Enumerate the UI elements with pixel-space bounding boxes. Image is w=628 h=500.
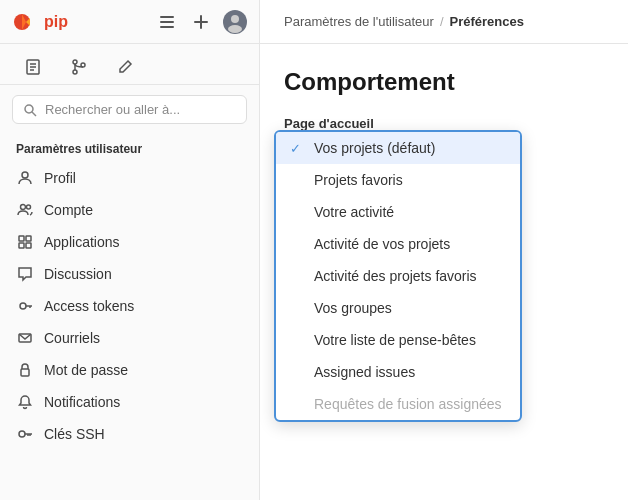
cles-ssh-icon (16, 425, 34, 443)
sidebar-label-applications: Applications (44, 234, 120, 250)
svg-rect-1 (160, 16, 174, 18)
ssh-key-icon (17, 426, 33, 442)
dropdown-item-label-3: Activité de vos projets (314, 236, 450, 252)
sidebar-label-mot-de-passe: Mot de passe (44, 362, 128, 378)
new-button[interactable] (189, 10, 213, 34)
applications-icon (16, 233, 34, 251)
sidebar-item-discussion[interactable]: Discussion (0, 258, 259, 290)
top-bar-icons (155, 10, 247, 34)
section-label-home: Page d'accueil (284, 116, 604, 131)
dropdown-item-label-7: Assigned issues (314, 364, 415, 380)
sidebar-toggle-button[interactable] (155, 10, 179, 34)
svg-point-10 (73, 60, 77, 64)
breadcrumb-separator: / (440, 14, 444, 29)
lock-icon (17, 362, 33, 378)
breadcrumb-parent: Paramètres de l'utilisateur (284, 14, 434, 29)
sidebar-section-title: Paramètres utilisateur (0, 134, 259, 162)
svg-rect-2 (160, 21, 174, 23)
grid-icon (17, 234, 33, 250)
logo-icon (12, 8, 40, 36)
main-panel: Paramètres de l'utilisateur / Préférence… (260, 0, 628, 500)
svg-point-4 (231, 15, 239, 23)
page-title: Comportement (284, 68, 604, 96)
dropdown-item-votre-activite[interactable]: Votre activité (276, 196, 520, 228)
dropdown-item-label-2: Votre activité (314, 204, 394, 220)
sidebar-item-access-tokens[interactable]: Access tokens (0, 290, 259, 322)
key-icon (17, 298, 33, 314)
tab-doc[interactable] (12, 52, 54, 84)
breadcrumb-current: Préférences (450, 14, 524, 29)
svg-rect-25 (21, 369, 29, 376)
dropdown-item-label-4: Activité des projets favoris (314, 268, 477, 284)
profil-icon (16, 169, 34, 187)
sidebar-item-applications[interactable]: Applications (0, 226, 259, 258)
dropdown-item-assigned-issues[interactable]: Assigned issues (276, 356, 520, 388)
mot-de-passe-icon (16, 361, 34, 379)
dropdown-item-label-6: Votre liste de pense-bêtes (314, 332, 476, 348)
sidebar-item-courriels[interactable]: Courriels (0, 322, 259, 354)
avatar-button[interactable] (223, 10, 247, 34)
dropdown-item-activite-projets[interactable]: Activité de vos projets (276, 228, 520, 260)
svg-point-14 (25, 105, 33, 113)
svg-point-18 (27, 205, 31, 209)
search-icon (23, 103, 37, 117)
sidebar-item-notifications[interactable]: Notifications (0, 386, 259, 418)
sidebar-label-profil: Profil (44, 170, 76, 186)
sidebar-label-compte: Compte (44, 202, 93, 218)
sidebar-item-cles-ssh[interactable]: Clés SSH (0, 418, 259, 450)
tab-branch[interactable] (58, 52, 100, 84)
svg-rect-3 (160, 26, 174, 28)
dropdown-item-vos-groupes[interactable]: Vos groupes (276, 292, 520, 324)
nav-items: Profil Compte Ap (0, 162, 259, 450)
edit-icon (116, 58, 134, 76)
search-bar[interactable]: Rechercher ou aller à... (12, 95, 247, 124)
svg-point-17 (21, 205, 26, 210)
logo-text: pip (44, 13, 68, 31)
dropdown-item-liste-pense-betes[interactable]: Votre liste de pense-bêtes (276, 324, 520, 356)
sidebar-label-cles-ssh: Clés SSH (44, 426, 105, 442)
top-bar: pip (0, 0, 259, 44)
dropdown-item-label-1: Projets favoris (314, 172, 403, 188)
sidebar-label-access-tokens: Access tokens (44, 298, 134, 314)
svg-rect-19 (19, 236, 24, 241)
chat-icon (17, 266, 33, 282)
dropdown-popup: ✓ Vos projets (défaut) Projets favoris V… (274, 130, 522, 422)
plus-icon (193, 14, 209, 30)
mail-icon (17, 330, 33, 346)
sidebar-label-discussion: Discussion (44, 266, 112, 282)
users-icon (17, 202, 33, 218)
dropdown-item-label-5: Vos groupes (314, 300, 392, 316)
sidebar-label-notifications: Notifications (44, 394, 120, 410)
breadcrumb: Paramètres de l'utilisateur / Préférence… (260, 0, 628, 44)
avatar-icon (224, 11, 246, 33)
tab-edit[interactable] (104, 52, 146, 84)
svg-rect-20 (26, 236, 31, 241)
svg-rect-22 (26, 243, 31, 248)
svg-point-5 (228, 25, 242, 33)
sidebar-icon (159, 14, 175, 30)
branch-icon (70, 58, 88, 76)
dropdown-item-activite-favoris[interactable]: Activité des projets favoris (276, 260, 520, 292)
discussion-icon (16, 265, 34, 283)
logo[interactable]: pip (12, 8, 68, 36)
search-placeholder: Rechercher ou aller à... (45, 102, 180, 117)
notifications-icon (16, 393, 34, 411)
dropdown-item-vos-projets[interactable]: ✓ Vos projets (défaut) (276, 132, 520, 164)
courriels-icon (16, 329, 34, 347)
sidebar-item-profil[interactable]: Profil (0, 162, 259, 194)
compte-icon (16, 201, 34, 219)
sidebar: pip (0, 0, 260, 500)
svg-point-16 (22, 172, 28, 178)
sidebar-item-compte[interactable]: Compte (0, 194, 259, 226)
svg-point-23 (20, 303, 26, 309)
sidebar-label-courriels: Courriels (44, 330, 100, 346)
sidebar-tabs (0, 44, 259, 85)
sidebar-item-mot-de-passe[interactable]: Mot de passe (0, 354, 259, 386)
dropdown-item-projets-favoris[interactable]: Projets favoris (276, 164, 520, 196)
svg-point-26 (19, 431, 25, 437)
avatar (223, 10, 247, 34)
svg-line-15 (32, 112, 36, 116)
dropdown-item-label-8: Requêtes de fusion assignées (314, 396, 502, 412)
svg-rect-21 (19, 243, 24, 248)
dropdown-item-requetes-fusion: Requêtes de fusion assignées (276, 388, 520, 420)
